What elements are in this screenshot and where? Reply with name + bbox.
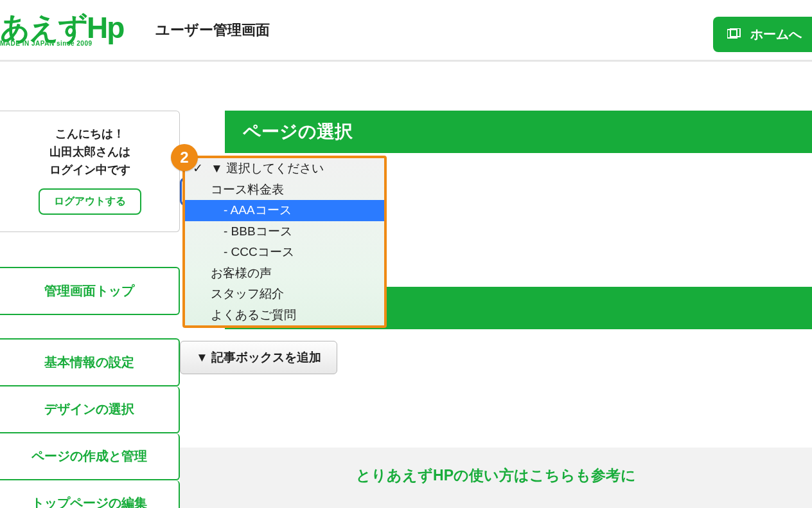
nav-group-top: 管理画面トップ xyxy=(0,267,180,315)
nav-design-select[interactable]: デザインの選択 xyxy=(0,386,180,433)
header: あえずHp MADE IN JAPAN since 2009 ユーザー管理画面 … xyxy=(0,0,812,62)
dd-item-aaa-course[interactable]: - AAAコース xyxy=(185,200,384,221)
dd-item-bbb-course[interactable]: - BBBコース xyxy=(185,221,384,242)
howto-link[interactable]: とりあえずHPの使い方はこちらも参考に xyxy=(356,467,636,484)
dd-item-course-price[interactable]: コース料金表 xyxy=(185,179,384,201)
user-status-line: ログイン中です xyxy=(10,161,169,179)
callout-badge-2: 2 xyxy=(171,144,198,171)
windows-icon xyxy=(727,28,741,41)
nav-basic-settings[interactable]: 基本情報の設定 xyxy=(0,338,180,386)
nav-group: 基本情報の設定 デザインの選択 ページの作成と管理 トップページの編集 xyxy=(0,338,180,508)
dd-item-placeholder[interactable]: ✓ ▼ 選択してください xyxy=(185,158,384,179)
logout-button[interactable]: ログアウトする xyxy=(39,188,141,215)
nav-admin-top[interactable]: 管理画面トップ xyxy=(0,267,180,315)
dd-item-faq[interactable]: よくあるご質問 xyxy=(185,305,384,326)
dd-item-staff[interactable]: スタッフ紹介 xyxy=(185,284,384,305)
section-page-select: ページの選択 xyxy=(225,111,812,153)
main: ページの選択 2 ✓ ▼ 選択してください コース料金表 - AAAコース - … xyxy=(180,111,812,508)
user-greeting: こんにちは！ xyxy=(10,125,169,143)
layout: こんにちは！ 山田太郎さんは ログイン中です ログアウトする 管理画面トップ 基… xyxy=(0,62,812,508)
add-article-box-button[interactable]: ▼ 記事ボックスを追加 xyxy=(180,341,337,374)
dropdown-wrap: 2 ✓ ▼ 選択してください コース料金表 - AAAコース - BBBコース … xyxy=(171,156,387,328)
page-select-dropdown[interactable]: ✓ ▼ 選択してください コース料金表 - AAAコース - BBBコース - … xyxy=(182,156,387,328)
nav-top-page-edit[interactable]: トップページの編集 xyxy=(0,480,180,508)
nav-page-manage[interactable]: ページの作成と管理 xyxy=(0,433,180,480)
home-button[interactable]: ホームへ xyxy=(713,17,812,52)
home-button-label: ホームへ xyxy=(750,26,802,43)
logo-main: あえずHp xyxy=(0,13,123,42)
header-right: ホームへ xyxy=(713,17,812,52)
dd-item-label: ▼ 選択してください xyxy=(211,161,324,175)
logo[interactable]: あえずHp MADE IN JAPAN since 2009 xyxy=(0,13,123,47)
dd-item-ccc-course[interactable]: - CCCコース xyxy=(185,242,384,263)
footer-band: とりあえずHPの使い方はこちらも参考に xyxy=(180,448,812,508)
page-title: ユーザー管理画面 xyxy=(155,21,270,40)
sidebar: こんにちは！ 山田太郎さんは ログイン中です ログアウトする 管理画面トップ 基… xyxy=(0,111,180,508)
user-box: こんにちは！ 山田太郎さんは ログイン中です ログアウトする xyxy=(0,111,180,232)
user-name-line: 山田太郎さんは xyxy=(10,143,169,161)
logo-sub: MADE IN JAPAN since 2009 xyxy=(0,40,93,47)
dd-item-voice[interactable]: お客様の声 xyxy=(185,263,384,284)
